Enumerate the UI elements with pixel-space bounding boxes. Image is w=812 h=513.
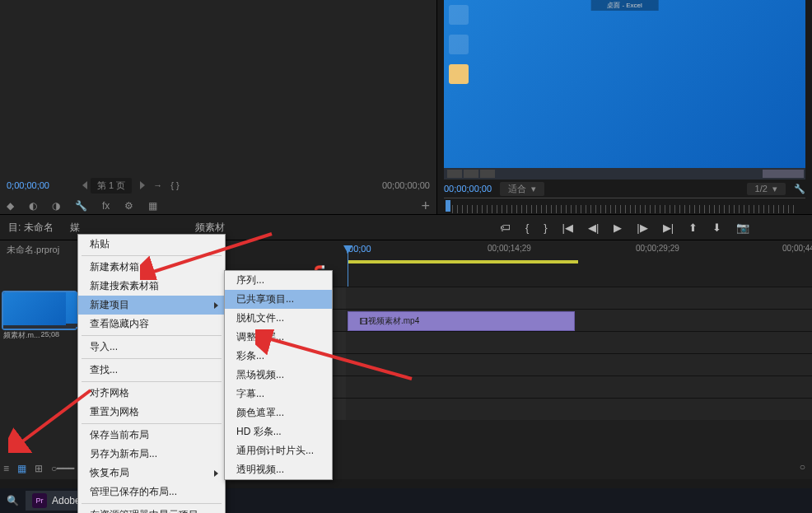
source-timecode-out[interactable]: 00;00;00;00 [382,180,430,190]
mark-out-button[interactable]: } [544,222,547,234]
play-button[interactable]: ▶ [614,222,622,234]
premiere-icon: Pr [32,493,47,508]
ruler-tick: 00;00;29;29 [636,244,679,253]
source-monitor-panel: 0;00;00;00 第 1 页 → { } 00;00;00;00 ◆ ◐ ◑… [0,0,437,214]
desktop-icon [449,35,469,54]
add-marker-button[interactable]: 🏷 [500,222,511,234]
submenu-adjustment-layer[interactable]: 调整图层... [225,328,332,347]
timeline-ruler[interactable]: 00;00;14;29 00;00;29;29 00;00;44;28 [346,244,796,260]
go-to-in-button[interactable]: |◀ [562,222,573,234]
menu-new-item[interactable]: 新建项目 [78,296,225,315]
menu-paste[interactable]: 粘贴 [78,235,225,254]
list-view-icon[interactable]: ≡ [3,463,9,474]
out-icon[interactable]: ◑ [52,200,60,212]
menu-save-layout[interactable]: 保存当前布局 [78,426,225,445]
next-page-icon[interactable] [140,181,145,189]
effects-icon[interactable]: fx [102,200,110,212]
submenu-captions[interactable]: 字幕... [225,385,332,403]
menu-import[interactable]: 导入... [78,338,225,357]
menu-reveal-explorer[interactable]: 在资源管理器中显示项目... [78,506,225,513]
submenu-shared-project[interactable]: 已共享项目... [225,290,332,309]
prev-page-icon[interactable] [82,181,87,189]
step-fwd-button[interactable]: |▶ [637,222,647,234]
submenu-countdown[interactable]: 通用倒计时片头... [225,441,332,460]
zoom-in-icon[interactable]: ○ [800,461,805,473]
program-viewport[interactable]: 桌面 - Excel [444,0,805,180]
desktop-icon [449,5,469,25]
project-tab[interactable]: 目: 未命名 [0,217,62,238]
source-timecode-in[interactable]: 0;00;00;00 [7,180,49,190]
submenu-offline-file[interactable]: 脱机文件... [225,309,332,328]
menu-align-grid[interactable]: 对齐网格 [78,384,225,403]
video-clip[interactable]: 🎞 视频素材.mp4 [348,311,575,331]
overlay-icon[interactable]: ▦ [148,200,157,212]
source-viewport[interactable] [0,0,436,173]
step-back-button[interactable]: ◀| [588,222,599,234]
work-area-bar[interactable] [348,260,578,263]
thumb-duration: 25;08 [40,330,59,341]
wrench-icon[interactable]: 🔧 [75,200,87,212]
transport-controls: 🏷 { } |◀ ◀| ▶ |▶ ▶| ⬆ ⬇ 📷 [437,215,812,240]
submenu-black-video[interactable]: 黑场视频... [225,366,332,385]
new-item-submenu: 序列... 已共享项目... 脱机文件... 调整图层... 彩条... 黑场视… [224,270,333,480]
menu-reset-grid[interactable]: 重置为网格 [78,403,225,422]
arrow-right-icon[interactable]: → [153,180,162,190]
fit-dropdown[interactable]: 适合 ▾ [500,182,544,196]
lift-button[interactable]: ⬆ [688,222,698,234]
program-monitor-panel: 桌面 - Excel 00;00;00;00 适合 ▾ 1/2 ▾ 🔧 🏷 [437,0,812,214]
project-context-menu: 粘贴 新建素材箱 新建搜索素材箱 新建项目 查看隐藏内容 导入... 查找...… [77,234,226,513]
marker-icon[interactable]: ◆ [7,200,14,212]
zoom-dropdown[interactable]: 1/2 ▾ [747,183,786,195]
preview-window-title: 桌面 - Excel [590,0,659,11]
menu-restore-layout[interactable]: 恢复布局 [78,464,225,483]
page-indicator[interactable]: 第 1 页 [91,178,132,194]
extract-button[interactable]: ⬇ [712,222,721,234]
submenu-color-matte[interactable]: 颜色遮罩... [225,403,332,422]
settings-icon[interactable]: ⚙ [124,200,133,212]
bracket-icon[interactable]: { } [170,180,179,190]
submenu-hd-bars[interactable]: HD 彩条... [225,422,332,441]
in-icon[interactable]: ◐ [29,200,37,212]
thumb-label: 频素材.m... [3,330,40,341]
menu-new-bin[interactable]: 新建素材箱 [78,258,225,277]
zoom-slider[interactable]: ○━━━ [51,463,74,474]
menu-manage-layouts[interactable]: 管理已保存的布局... [78,483,225,501]
menu-save-as-layout[interactable]: 另存为新布局... [78,445,225,464]
folder-icon [449,64,469,84]
export-frame-button[interactable]: 📷 [736,222,749,234]
menu-new-search-bin[interactable]: 新建搜索素材箱 [78,277,225,296]
freeform-view-icon[interactable]: ⊞ [35,463,43,474]
program-scrubber[interactable] [444,198,805,215]
mark-in-button[interactable]: { [525,222,529,234]
submenu-sequence[interactable]: 序列... [225,271,332,290]
submenu-bars[interactable]: 彩条... [225,347,332,366]
ruler-tick: 00;00;44;28 [782,244,812,253]
submenu-transparent[interactable]: 透明视频... [225,460,332,479]
preview-taskbar [444,168,805,180]
menu-find[interactable]: 查找... [78,361,225,380]
go-to-out-button[interactable]: ▶| [663,222,674,234]
wrench-icon[interactable]: 🔧 [794,184,805,194]
menu-view-hidden[interactable]: 查看隐藏内容 [78,315,225,333]
icon-view-icon[interactable]: ▦ [17,463,26,474]
add-icon[interactable]: + [421,198,430,215]
search-icon[interactable]: 🔍 [7,495,19,506]
ruler-tick: 00;00;14;29 [488,244,531,253]
media-thumb[interactable]: 频素材.m...25;08 [3,292,59,341]
program-timecode[interactable]: 00;00;00;00 [444,184,492,194]
